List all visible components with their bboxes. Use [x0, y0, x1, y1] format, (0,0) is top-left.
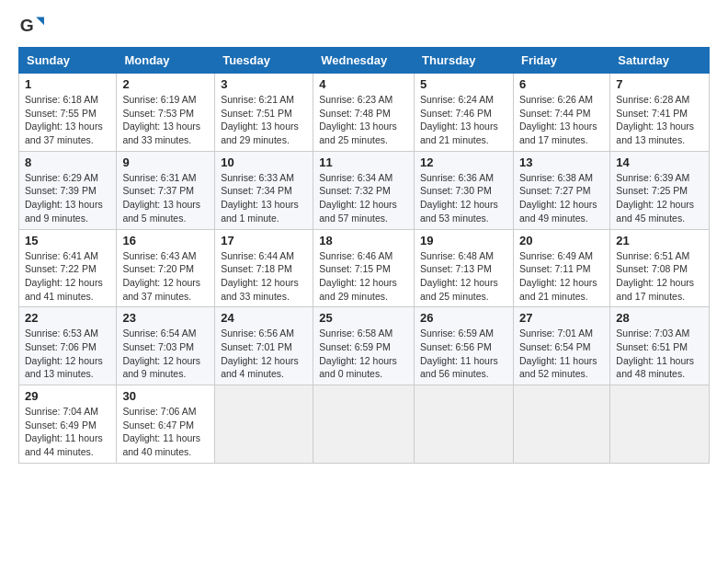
table-row: 5 Sunrise: 6:24 AMSunset: 7:46 PMDayligh… — [415, 74, 514, 152]
day-info: Sunrise: 6:21 AMSunset: 7:51 PMDaylight:… — [221, 94, 299, 145]
day-number: 9 — [122, 155, 209, 169]
day-info: Sunrise: 6:51 AMSunset: 7:08 PMDaylight:… — [616, 250, 694, 302]
day-info: Sunrise: 7:01 AMSunset: 6:54 PMDaylight:… — [519, 327, 597, 379]
table-row: 22 Sunrise: 6:53 AMSunset: 7:06 PMDaylig… — [19, 307, 117, 385]
day-number: 17 — [221, 234, 307, 247]
day-info: Sunrise: 6:34 AMSunset: 7:32 PMDaylight:… — [319, 172, 397, 224]
day-info: Sunrise: 6:26 AMSunset: 7:44 PMDaylight:… — [519, 94, 597, 145]
day-number: 19 — [420, 234, 507, 247]
table-row — [610, 385, 710, 464]
table-row: 23 Sunrise: 6:54 AMSunset: 7:03 PMDaylig… — [117, 307, 215, 385]
calendar-header-row: SundayMondayTuesdayWednesdayThursdayFrid… — [19, 48, 710, 74]
table-row: 13 Sunrise: 6:38 AMSunset: 7:27 PMDaylig… — [513, 151, 609, 229]
table-row — [513, 385, 609, 464]
day-number: 10 — [221, 155, 307, 169]
table-row: 3 Sunrise: 6:21 AMSunset: 7:51 PMDayligh… — [215, 74, 313, 152]
day-number: 12 — [420, 155, 507, 169]
day-info: Sunrise: 6:43 AMSunset: 7:20 PMDaylight:… — [122, 250, 200, 302]
day-info: Sunrise: 6:33 AMSunset: 7:34 PMDaylight:… — [221, 172, 299, 224]
table-row: 27 Sunrise: 7:01 AMSunset: 6:54 PMDaylig… — [513, 307, 609, 385]
table-row: 15 Sunrise: 6:41 AMSunset: 7:22 PMDaylig… — [19, 229, 117, 307]
day-info: Sunrise: 6:28 AMSunset: 7:41 PMDaylight:… — [616, 94, 694, 145]
table-row: 24 Sunrise: 6:56 AMSunset: 7:01 PMDaylig… — [215, 307, 313, 385]
table-row: 7 Sunrise: 6:28 AMSunset: 7:41 PMDayligh… — [610, 74, 710, 152]
table-row: 4 Sunrise: 6:23 AMSunset: 7:48 PMDayligh… — [313, 74, 415, 152]
day-number: 6 — [519, 77, 604, 91]
day-number: 23 — [122, 311, 209, 325]
day-number: 29 — [25, 389, 110, 403]
table-row — [415, 385, 514, 464]
day-number: 1 — [25, 77, 110, 91]
table-row: 9 Sunrise: 6:31 AMSunset: 7:37 PMDayligh… — [117, 151, 215, 229]
table-row: 17 Sunrise: 6:44 AMSunset: 7:18 PMDaylig… — [215, 229, 313, 307]
day-number: 16 — [122, 234, 209, 247]
svg-marker-1 — [36, 17, 44, 26]
table-row: 30 Sunrise: 7:06 AMSunset: 6:47 PMDaylig… — [117, 385, 215, 464]
table-row: 16 Sunrise: 6:43 AMSunset: 7:20 PMDaylig… — [117, 229, 215, 307]
day-header-monday: Monday — [117, 48, 215, 74]
day-info: Sunrise: 6:31 AMSunset: 7:37 PMDaylight:… — [122, 172, 200, 224]
day-number: 4 — [319, 77, 408, 91]
day-header-wednesday: Wednesday — [313, 48, 415, 74]
logo-icon: G — [18, 14, 44, 40]
day-info: Sunrise: 6:36 AMSunset: 7:30 PMDaylight:… — [420, 172, 498, 224]
day-number: 7 — [616, 77, 703, 91]
day-number: 30 — [122, 389, 209, 403]
table-row: 8 Sunrise: 6:29 AMSunset: 7:39 PMDayligh… — [19, 151, 117, 229]
day-info: Sunrise: 6:58 AMSunset: 6:59 PMDaylight:… — [319, 327, 397, 379]
table-row: 19 Sunrise: 6:48 AMSunset: 7:13 PMDaylig… — [415, 229, 514, 307]
day-number: 21 — [616, 234, 703, 247]
day-info: Sunrise: 7:04 AMSunset: 6:49 PMDaylight:… — [25, 406, 103, 457]
day-info: Sunrise: 6:18 AMSunset: 7:55 PMDaylight:… — [25, 94, 103, 145]
calendar-week-2: 8 Sunrise: 6:29 AMSunset: 7:39 PMDayligh… — [19, 151, 710, 229]
table-row — [313, 385, 415, 464]
day-info: Sunrise: 6:41 AMSunset: 7:22 PMDaylight:… — [25, 250, 103, 302]
table-row: 14 Sunrise: 6:39 AMSunset: 7:25 PMDaylig… — [610, 151, 710, 229]
day-number: 2 — [122, 77, 209, 91]
day-info: Sunrise: 6:56 AMSunset: 7:01 PMDaylight:… — [221, 327, 299, 379]
day-info: Sunrise: 6:19 AMSunset: 7:53 PMDaylight:… — [122, 94, 200, 145]
table-row: 26 Sunrise: 6:59 AMSunset: 6:56 PMDaylig… — [415, 307, 514, 385]
day-number: 22 — [25, 311, 110, 325]
calendar-week-5: 29 Sunrise: 7:04 AMSunset: 6:49 PMDaylig… — [19, 385, 710, 464]
day-header-friday: Friday — [513, 48, 609, 74]
table-row: 11 Sunrise: 6:34 AMSunset: 7:32 PMDaylig… — [313, 151, 415, 229]
day-info: Sunrise: 7:06 AMSunset: 6:47 PMDaylight:… — [122, 406, 200, 457]
day-number: 24 — [221, 311, 307, 325]
table-row: 6 Sunrise: 6:26 AMSunset: 7:44 PMDayligh… — [513, 74, 609, 152]
day-number: 18 — [319, 234, 408, 247]
table-row: 2 Sunrise: 6:19 AMSunset: 7:53 PMDayligh… — [117, 74, 215, 152]
logo: G — [18, 14, 48, 40]
day-number: 27 — [519, 311, 604, 325]
day-header-thursday: Thursday — [415, 48, 514, 74]
day-info: Sunrise: 6:54 AMSunset: 7:03 PMDaylight:… — [122, 327, 200, 379]
day-info: Sunrise: 6:53 AMSunset: 7:06 PMDaylight:… — [25, 327, 103, 379]
day-info: Sunrise: 6:38 AMSunset: 7:27 PMDaylight:… — [519, 172, 597, 224]
table-row: 10 Sunrise: 6:33 AMSunset: 7:34 PMDaylig… — [215, 151, 313, 229]
day-header-saturday: Saturday — [610, 48, 710, 74]
calendar-week-3: 15 Sunrise: 6:41 AMSunset: 7:22 PMDaylig… — [19, 229, 710, 307]
table-row — [215, 385, 313, 464]
day-info: Sunrise: 6:59 AMSunset: 6:56 PMDaylight:… — [420, 327, 498, 379]
day-info: Sunrise: 6:46 AMSunset: 7:15 PMDaylight:… — [319, 250, 397, 302]
day-info: Sunrise: 6:44 AMSunset: 7:18 PMDaylight:… — [221, 250, 299, 302]
day-header-sunday: Sunday — [19, 48, 117, 74]
day-info: Sunrise: 7:03 AMSunset: 6:51 PMDaylight:… — [616, 327, 694, 379]
calendar-week-4: 22 Sunrise: 6:53 AMSunset: 7:06 PMDaylig… — [19, 307, 710, 385]
day-number: 8 — [25, 155, 110, 169]
day-header-tuesday: Tuesday — [215, 48, 313, 74]
day-info: Sunrise: 6:24 AMSunset: 7:46 PMDaylight:… — [420, 94, 498, 145]
day-number: 26 — [420, 311, 507, 325]
day-number: 14 — [616, 155, 703, 169]
table-row: 21 Sunrise: 6:51 AMSunset: 7:08 PMDaylig… — [610, 229, 710, 307]
day-number: 13 — [519, 155, 604, 169]
day-number: 28 — [616, 311, 703, 325]
table-row: 29 Sunrise: 7:04 AMSunset: 6:49 PMDaylig… — [19, 385, 117, 464]
day-info: Sunrise: 6:39 AMSunset: 7:25 PMDaylight:… — [616, 172, 694, 224]
day-number: 20 — [519, 234, 604, 247]
table-row: 28 Sunrise: 7:03 AMSunset: 6:51 PMDaylig… — [610, 307, 710, 385]
day-info: Sunrise: 6:48 AMSunset: 7:13 PMDaylight:… — [420, 250, 498, 302]
svg-text:G: G — [20, 16, 34, 35]
day-info: Sunrise: 6:23 AMSunset: 7:48 PMDaylight:… — [319, 94, 397, 145]
day-number: 3 — [221, 77, 307, 91]
